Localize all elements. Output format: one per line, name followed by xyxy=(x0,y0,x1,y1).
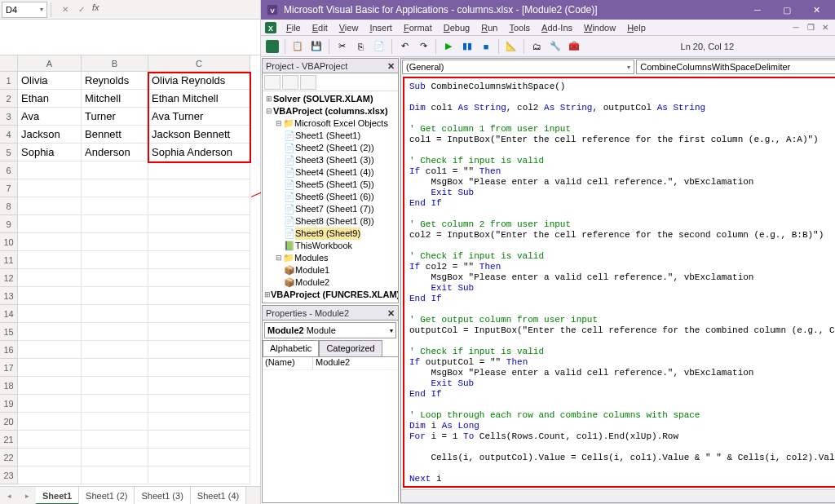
view-object-icon[interactable] xyxy=(282,75,298,90)
tree-module[interactable]: Module1 xyxy=(295,264,329,276)
cell[interactable] xyxy=(82,323,148,341)
cell[interactable] xyxy=(18,341,82,359)
cell[interactable] xyxy=(18,269,82,287)
horizontal-scrollbar[interactable] xyxy=(401,489,835,502)
row-header[interactable]: 3 xyxy=(0,108,18,126)
panel-close-icon[interactable]: ✕ xyxy=(387,306,395,320)
code-text[interactable]: Sub CombineColumnsWithSpace() Dim col1 A… xyxy=(404,78,835,488)
project-explorer-icon[interactable]: 🗂 xyxy=(528,38,545,55)
cell[interactable] xyxy=(82,269,148,287)
cell[interactable] xyxy=(82,215,148,233)
menu-add-ins[interactable]: Add-Ins xyxy=(536,20,578,36)
row-header[interactable]: 17 xyxy=(0,359,18,377)
menu-file[interactable]: File xyxy=(281,20,307,36)
cell[interactable] xyxy=(148,359,250,377)
sheet-tab[interactable]: Sheet1 xyxy=(36,487,79,505)
row-header[interactable]: 18 xyxy=(0,377,18,395)
cell[interactable] xyxy=(148,215,250,233)
menu-window[interactable]: Window xyxy=(578,20,621,36)
cell[interactable] xyxy=(18,251,82,269)
cell[interactable] xyxy=(148,395,250,413)
menu-run[interactable]: Run xyxy=(475,20,503,36)
fx-label[interactable]: fx xyxy=(92,2,99,17)
row-header[interactable]: 10 xyxy=(0,233,18,251)
row-header[interactable]: 4 xyxy=(0,126,18,144)
object-browser-icon[interactable]: 🧰 xyxy=(566,38,582,55)
row-header[interactable]: 9 xyxy=(0,215,18,233)
row-header[interactable]: 2 xyxy=(0,90,18,108)
row-header[interactable]: 8 xyxy=(0,197,18,215)
cell[interactable]: Ethan Mitchell xyxy=(148,90,250,108)
cell[interactable] xyxy=(82,341,148,359)
check-icon[interactable]: ✓ xyxy=(74,2,89,17)
cell[interactable] xyxy=(148,323,250,341)
cell[interactable]: Bennett xyxy=(82,126,148,144)
object-dropdown[interactable]: (General)▾ xyxy=(402,60,634,74)
mdi-close-icon[interactable]: ✕ xyxy=(819,22,832,33)
tree-sheet[interactable]: Sheet8 (Sheet1 (8)) xyxy=(295,215,374,228)
cell[interactable] xyxy=(82,161,148,179)
cell[interactable] xyxy=(148,233,250,251)
toggle-folders-icon[interactable] xyxy=(300,75,316,90)
sheet-tab[interactable]: Sheet1 (3) xyxy=(135,487,190,505)
select-all-corner[interactable] xyxy=(0,55,18,72)
cell[interactable] xyxy=(148,305,250,323)
cell[interactable] xyxy=(82,395,148,413)
tree-excel-objects[interactable]: Microsoft Excel Objects xyxy=(294,117,388,130)
row-header[interactable]: 15 xyxy=(0,323,18,341)
col-header-b[interactable]: B xyxy=(82,55,148,72)
row-header[interactable]: 6 xyxy=(0,161,18,179)
tree-sheet[interactable]: Sheet3 (Sheet1 (3)) xyxy=(295,154,374,166)
cell[interactable] xyxy=(18,377,82,395)
cell[interactable] xyxy=(148,341,250,359)
tree-sheet[interactable]: Sheet7 (Sheet1 (7)) xyxy=(295,203,374,215)
cell[interactable] xyxy=(148,287,250,305)
cell[interactable] xyxy=(18,179,82,197)
cell[interactable] xyxy=(18,287,82,305)
reset-icon[interactable]: ■ xyxy=(478,38,494,55)
row-header[interactable]: 21 xyxy=(0,431,18,449)
row-header[interactable]: 13 xyxy=(0,287,18,305)
insert-icon[interactable]: 📋 xyxy=(289,38,306,55)
cell[interactable] xyxy=(18,449,82,466)
row-header[interactable]: 11 xyxy=(0,251,18,269)
cell[interactable] xyxy=(82,251,148,269)
name-box[interactable]: D4 ▾ xyxy=(2,2,47,18)
cell[interactable] xyxy=(18,323,82,341)
cell[interactable] xyxy=(18,215,82,233)
cell[interactable] xyxy=(82,431,148,449)
cell[interactable]: Olivia Reynolds xyxy=(148,72,250,90)
maximize-button[interactable]: ▢ xyxy=(773,2,801,18)
cell[interactable] xyxy=(18,395,82,413)
mdi-restore-icon[interactable]: ❐ xyxy=(804,22,817,33)
cell[interactable]: Mitchell xyxy=(82,90,148,108)
col-header-c[interactable]: C xyxy=(148,55,250,72)
cell[interactable] xyxy=(82,233,148,251)
cell[interactable]: Sophia Anderson xyxy=(148,144,250,161)
sheet-tab[interactable]: Sheet1 (2) xyxy=(79,487,135,505)
tree-sheet[interactable]: Sheet1 (Sheet1) xyxy=(295,130,360,142)
cell[interactable] xyxy=(148,269,250,287)
tree-modules-folder[interactable]: Modules xyxy=(294,252,329,264)
menu-help[interactable]: Help xyxy=(621,20,652,36)
row-header[interactable]: 23 xyxy=(0,466,18,484)
cell[interactable] xyxy=(18,359,82,377)
cell[interactable] xyxy=(148,449,250,466)
save-icon[interactable]: 💾 xyxy=(308,38,325,55)
tree-solver[interactable]: Solver (SOLVER.XLAM) xyxy=(273,93,373,105)
copy-icon[interactable]: ⎘ xyxy=(352,38,369,55)
row-header[interactable]: 19 xyxy=(0,395,18,413)
tree-module[interactable]: Module2 xyxy=(295,276,329,289)
cell[interactable] xyxy=(82,359,148,377)
cell[interactable] xyxy=(82,179,148,197)
cell[interactable]: Turner xyxy=(82,108,148,126)
sheet-tab[interactable]: Sheet1 (4) xyxy=(191,487,246,505)
cell[interactable] xyxy=(148,251,250,269)
tree-sheet[interactable]: Sheet6 (Sheet1 (6)) xyxy=(295,191,374,203)
menu-tools[interactable]: Tools xyxy=(503,20,536,36)
cell[interactable]: Olivia xyxy=(18,72,82,90)
cell[interactable] xyxy=(18,197,82,215)
break-icon[interactable]: ▮▮ xyxy=(459,38,475,55)
cell[interactable] xyxy=(148,179,250,197)
minimize-button[interactable]: ─ xyxy=(744,2,771,18)
